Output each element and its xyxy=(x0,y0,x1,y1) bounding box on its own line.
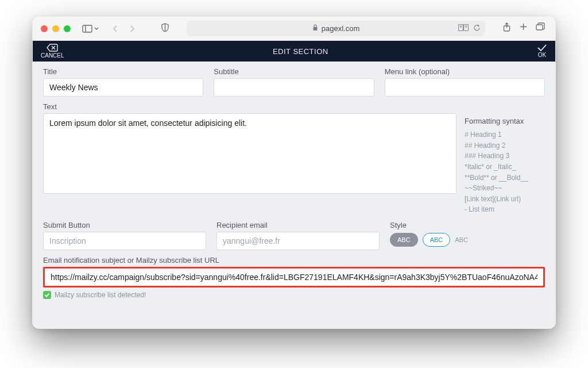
svg-rect-5 xyxy=(464,25,469,31)
submit-button-input[interactable] xyxy=(43,232,206,250)
mailzy-url-input[interactable] xyxy=(45,269,543,286)
address-bar[interactable]: pagexl.com xyxy=(187,21,485,36)
tabs-icon[interactable] xyxy=(536,22,545,34)
url-host: pagexl.com xyxy=(322,24,359,33)
privacy-shield-icon[interactable] xyxy=(161,23,169,34)
submit-button-label: Submit Button xyxy=(43,221,206,229)
check-icon xyxy=(43,291,51,299)
recipient-email-input[interactable] xyxy=(216,232,380,250)
recipient-email-label: Recipient email xyxy=(216,221,380,229)
formatting-hint: *Italic* or _Italic_ xyxy=(465,162,545,172)
formatting-hint: ~~Striked~~ xyxy=(465,183,545,194)
share-icon[interactable] xyxy=(502,22,511,34)
form-content: Title Subtitle Menu link (optional) Text… xyxy=(33,62,555,328)
menulink-input[interactable] xyxy=(385,78,545,97)
formatting-hint: **Bold** or __Bold__ xyxy=(465,172,545,183)
subtitle-input[interactable] xyxy=(214,78,374,97)
minimize-window-button[interactable] xyxy=(52,25,59,32)
browser-chrome: pagexl.com xyxy=(33,17,555,41)
text-label: Text xyxy=(43,102,545,111)
formatting-hint: - List item xyxy=(465,204,545,215)
reader-icon[interactable] xyxy=(458,24,469,33)
close-window-button[interactable] xyxy=(41,25,48,32)
forward-button[interactable] xyxy=(125,22,139,35)
mailzy-detected-message: Mailzy subscribe list detected! xyxy=(43,291,545,299)
back-button[interactable] xyxy=(108,22,122,35)
style-options: ABC ABC ABC xyxy=(390,233,545,247)
title-label: Title xyxy=(43,67,203,76)
window-controls xyxy=(41,25,71,32)
style-option-outline[interactable]: ABC xyxy=(423,233,451,247)
menulink-label: Menu link (optional) xyxy=(385,67,545,76)
header-title: EDIT SECTION xyxy=(273,47,328,56)
svg-rect-14 xyxy=(536,25,543,30)
style-label: Style xyxy=(390,221,545,229)
text-textarea[interactable] xyxy=(43,113,457,194)
svg-rect-4 xyxy=(459,25,463,31)
lock-icon xyxy=(312,24,318,33)
sidebar-toggle-button[interactable] xyxy=(82,25,99,33)
style-option-plain[interactable]: ABC xyxy=(455,236,468,243)
mailzy-url-highlight xyxy=(43,267,545,288)
style-option-dark[interactable]: ABC xyxy=(390,233,418,247)
title-input[interactable] xyxy=(43,78,203,97)
formatting-hint: # Heading 1 xyxy=(465,129,545,140)
formatting-hint: ### Heading 3 xyxy=(465,151,545,162)
new-tab-icon[interactable] xyxy=(519,22,528,34)
edit-section-header: CANCEL EDIT SECTION OK xyxy=(33,41,555,62)
cancel-button[interactable]: CANCEL xyxy=(41,44,64,59)
zoom-window-button[interactable] xyxy=(64,25,71,32)
formatting-title: Formatting syntax xyxy=(465,116,545,127)
subtitle-label: Subtitle xyxy=(214,67,374,76)
svg-rect-0 xyxy=(83,25,92,32)
mailzy-url-label: Email notification subject or Mailzy sub… xyxy=(43,256,545,264)
reload-icon[interactable] xyxy=(473,24,481,33)
svg-rect-3 xyxy=(313,27,317,30)
formatting-hint: [Link text](Link url) xyxy=(465,194,545,205)
browser-window: pagexl.com CANCE xyxy=(32,16,556,329)
ok-button[interactable]: OK xyxy=(537,44,547,58)
formatting-syntax-panel: Formatting syntax # Heading 1 ## Heading… xyxy=(465,113,545,215)
formatting-hint: ## Heading 2 xyxy=(465,140,545,151)
